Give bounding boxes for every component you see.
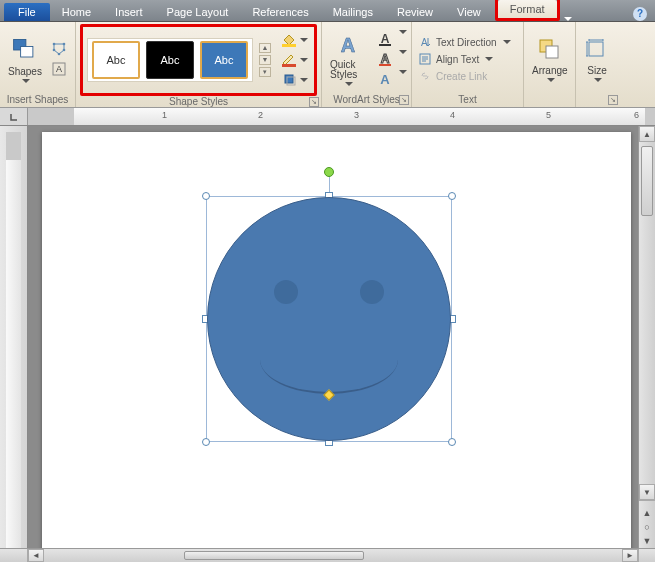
tab-selector[interactable] [0, 108, 28, 125]
edit-shape-button[interactable] [50, 40, 68, 58]
group-label-size: ↘ [580, 94, 616, 106]
shape-selection-box[interactable] [206, 196, 452, 442]
vertical-scrollbar[interactable]: ▲ ▼ ▲ ○ ▼ [638, 126, 655, 548]
gallery-down-icon[interactable]: ▼ [259, 55, 271, 65]
text-outline-button[interactable]: A [375, 50, 407, 68]
tab-more-caret[interactable] [564, 17, 572, 21]
group-size: Size ↘ [576, 22, 620, 107]
shape-effects-button[interactable] [279, 71, 310, 89]
scroll-down-button[interactable]: ▼ [639, 484, 655, 500]
smiley-eye-right [360, 280, 384, 304]
shapes-gallery-button[interactable]: Shapes [4, 34, 46, 85]
hscroll-right-button[interactable]: ► [622, 549, 638, 562]
chevron-down-icon [399, 70, 407, 74]
size-button[interactable]: Size [580, 35, 614, 84]
shape-outline-button[interactable] [279, 51, 310, 69]
ruler-vertical[interactable] [0, 126, 28, 548]
tab-mailings[interactable]: Mailings [321, 3, 385, 21]
chevron-down-icon [485, 57, 493, 61]
text-direction-button[interactable]: A Text Direction [416, 34, 513, 50]
tab-format[interactable]: Format [498, 0, 557, 18]
text-fill-icon: A [377, 31, 393, 47]
prev-page-button[interactable]: ▲ [639, 506, 655, 520]
hscroll-thumb[interactable] [184, 551, 364, 560]
hscroll-corner [0, 549, 28, 562]
ruler-num: 2 [258, 110, 263, 120]
resize-handle-se[interactable] [448, 438, 456, 446]
quick-styles-button[interactable]: A Quick Styles [326, 30, 369, 88]
arrange-button[interactable]: Arrange [528, 35, 572, 84]
shape-style-2[interactable]: Abc [146, 41, 194, 79]
chevron-down-icon [399, 30, 407, 34]
align-text-icon [418, 52, 432, 66]
group-label-shape-styles: Shape Styles ↘ [80, 96, 317, 108]
hscroll-left-button[interactable]: ◄ [28, 549, 44, 562]
browse-object-button[interactable]: ○ [639, 520, 655, 534]
workspace: ▲ ▼ ▲ ○ ▼ [0, 126, 655, 548]
help-icon[interactable]: ? [633, 7, 647, 21]
dialog-launcher-shape-styles[interactable]: ↘ [309, 97, 319, 107]
tab-review[interactable]: Review [385, 3, 445, 21]
chevron-down-icon [300, 58, 308, 62]
svg-point-4 [63, 43, 66, 46]
text-effects-button[interactable]: A [375, 70, 407, 88]
gallery-more-icon[interactable]: ▾ [259, 67, 271, 77]
tab-insert[interactable]: Insert [103, 3, 155, 21]
text-fill-button[interactable]: A [375, 30, 407, 48]
tab-file[interactable]: File [4, 3, 50, 21]
svg-rect-10 [282, 44, 296, 47]
chevron-down-icon [345, 82, 353, 86]
document-viewport[interactable]: ▲ ▼ ▲ ○ ▼ [28, 126, 655, 548]
align-text-button[interactable]: Align Text [416, 51, 513, 67]
shape-style-gallery[interactable]: Abc Abc Abc [87, 38, 253, 82]
ruler-num: 3 [354, 110, 359, 120]
svg-point-7 [53, 49, 56, 52]
ruler-num: 6 [634, 110, 639, 120]
create-link-button: Create Link [416, 68, 513, 84]
ruler-horizontal[interactable]: 1 2 3 4 5 6 [28, 108, 655, 125]
shape-style-1[interactable]: Abc [92, 41, 140, 79]
tab-page-layout[interactable]: Page Layout [155, 3, 241, 21]
resize-handle-nw[interactable] [202, 192, 210, 200]
align-text-label: Align Text [436, 54, 479, 65]
ruler-num: 5 [546, 110, 551, 120]
hscroll-track[interactable] [44, 549, 622, 562]
scroll-thumb[interactable] [641, 146, 653, 216]
hscroll-spacer [638, 549, 655, 562]
group-label-arrange [528, 94, 571, 106]
page[interactable] [42, 132, 631, 548]
shape-fill-outline-effects [279, 31, 310, 89]
tab-home[interactable]: Home [50, 3, 103, 21]
smiley-shape[interactable] [207, 197, 451, 441]
text-effects-icon: A [377, 71, 393, 87]
svg-rect-12 [285, 75, 293, 83]
svg-rect-16 [379, 44, 391, 46]
text-box-button[interactable]: A [50, 60, 68, 78]
shape-fill-button[interactable] [279, 31, 310, 49]
tab-view[interactable]: View [445, 3, 493, 21]
tab-references[interactable]: References [240, 3, 320, 21]
pen-outline-icon [281, 53, 297, 67]
text-direction-icon: A [418, 35, 432, 49]
scroll-track[interactable] [639, 142, 655, 484]
group-label-wordart: WordArt Styles ↘ [326, 94, 407, 106]
horizontal-scrollbar[interactable]: ◄ ► [0, 548, 655, 562]
resize-handle-sw[interactable] [202, 438, 210, 446]
dialog-launcher-wordart[interactable]: ↘ [399, 95, 409, 105]
shape-style-3[interactable]: Abc [200, 41, 248, 79]
rotation-handle[interactable] [324, 167, 334, 177]
quick-styles-label: Quick Styles [330, 60, 365, 80]
scroll-up-button[interactable]: ▲ [639, 126, 655, 142]
dialog-launcher-size[interactable]: ↘ [608, 95, 618, 105]
group-wordart-styles: A Quick Styles A A A WordArt Styles ↘ [322, 22, 412, 107]
resize-handle-ne[interactable] [448, 192, 456, 200]
svg-text:A: A [340, 34, 354, 56]
gallery-up-icon[interactable]: ▲ [259, 43, 271, 53]
chevron-down-icon [547, 78, 555, 82]
size-icon [584, 37, 610, 63]
svg-text:A: A [56, 64, 62, 74]
chevron-down-icon [399, 50, 407, 54]
group-label-insert-shapes: Insert Shapes [4, 94, 71, 106]
shape-style-scroll[interactable]: ▲ ▼ ▾ [259, 43, 271, 77]
next-page-button[interactable]: ▼ [639, 534, 655, 548]
